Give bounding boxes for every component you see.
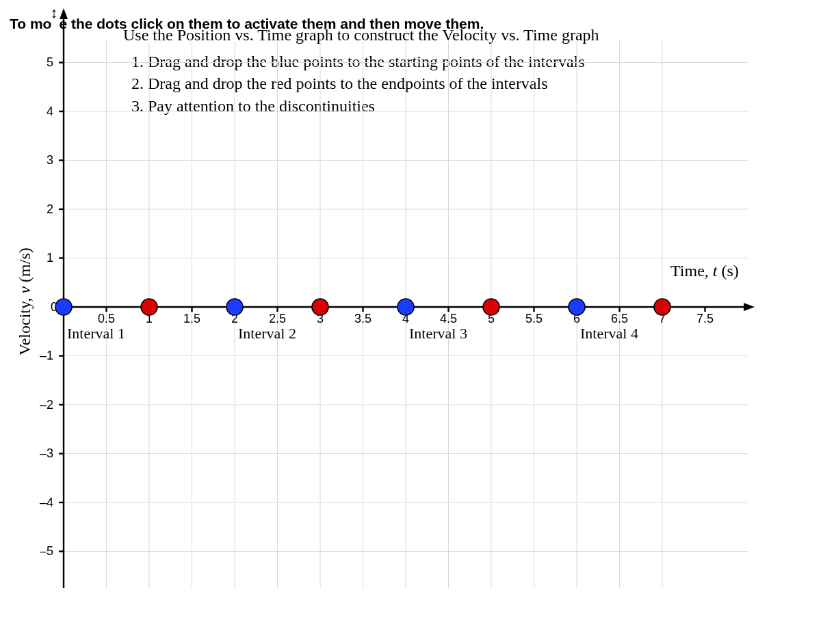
xtick-4-5: 4.5 bbox=[440, 312, 457, 325]
label-interval-4: Interval 4 bbox=[580, 325, 638, 342]
xtick-6-5: 6.5 bbox=[611, 312, 628, 325]
label-interval-2: Interval 2 bbox=[238, 325, 296, 342]
y-axis-label: Velocity, v (m/s) bbox=[16, 247, 34, 355]
xtick-1-5: 1.5 bbox=[183, 312, 200, 325]
red-point-1[interactable] bbox=[141, 299, 157, 315]
xtick-3-5: 3.5 bbox=[354, 312, 372, 325]
y-axis bbox=[59, 8, 68, 588]
ytick-m4: –4 bbox=[40, 496, 53, 509]
red-point-4[interactable] bbox=[654, 299, 670, 315]
ytick-m3: –3 bbox=[40, 446, 53, 460]
page-root: To mo↕e the dots click on them to activa… bbox=[0, 0, 821, 644]
y-tick-labels: 5 4 3 2 1 0 –1 –2 –3 –4 –5 bbox=[40, 55, 57, 558]
ytick-2: 2 bbox=[47, 202, 53, 216]
ytick-m2: –2 bbox=[40, 398, 53, 412]
ytick-5: 5 bbox=[47, 55, 53, 69]
ytick-4: 4 bbox=[47, 105, 53, 118]
blue-point-4[interactable] bbox=[569, 299, 585, 315]
interval-labels: Interval 1 Interval 2 Interval 3 Interva… bbox=[67, 325, 638, 342]
x-axis-label: Time, t (s) bbox=[670, 262, 739, 280]
ytick-1: 1 bbox=[47, 251, 53, 265]
velocity-time-chart[interactable]: 5 4 3 2 1 0 –1 –2 –3 –4 –5 0.5 1 1.5 2 2… bbox=[0, 0, 821, 644]
ytick-m5: –5 bbox=[40, 544, 53, 558]
blue-point-1[interactable] bbox=[55, 299, 72, 315]
xtick-2-5: 2.5 bbox=[269, 312, 286, 325]
svg-marker-40 bbox=[744, 303, 755, 311]
xtick-0-5: 0.5 bbox=[98, 312, 115, 325]
red-point-3[interactable] bbox=[483, 299, 499, 315]
xtick-5-5: 5.5 bbox=[525, 312, 543, 325]
ytick-m1: –1 bbox=[40, 349, 53, 362]
svg-marker-27 bbox=[60, 8, 68, 19]
blue-point-3[interactable] bbox=[398, 299, 414, 315]
label-interval-3: Interval 3 bbox=[409, 325, 467, 342]
blue-point-2[interactable] bbox=[226, 299, 243, 315]
ytick-3: 3 bbox=[47, 153, 53, 167]
red-point-2[interactable] bbox=[312, 299, 328, 315]
label-interval-1: Interval 1 bbox=[67, 325, 125, 342]
xtick-7-5: 7.5 bbox=[696, 312, 714, 325]
